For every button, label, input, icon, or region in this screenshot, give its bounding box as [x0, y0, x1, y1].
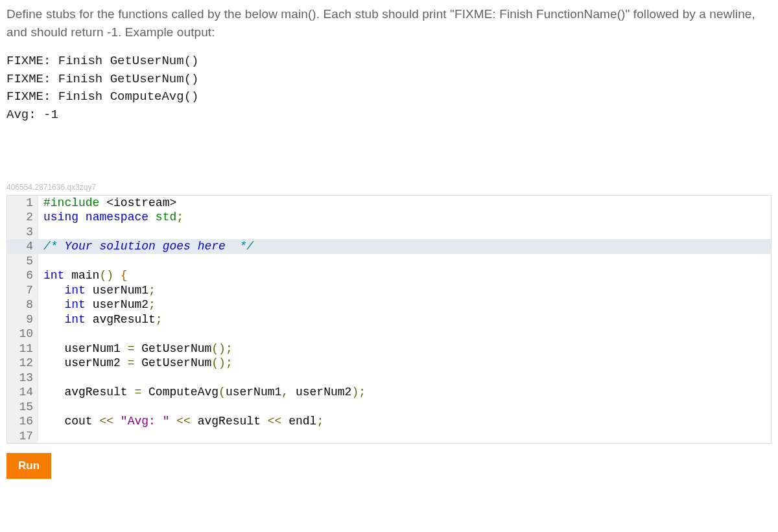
line-number: 3 [7, 225, 38, 240]
code-row[interactable]: 12 userNum2 = GetUserNum(); [7, 356, 771, 371]
line-number: 9 [7, 312, 38, 327]
code-line[interactable] [38, 327, 771, 341]
line-number: 7 [7, 283, 38, 298]
code-row[interactable]: 3 [7, 225, 771, 240]
code-row[interactable]: 5 [7, 254, 771, 269]
code-line[interactable] [38, 225, 771, 240]
line-number: 17 [7, 429, 38, 444]
code-line[interactable] [38, 254, 771, 269]
line-number: 1 [7, 196, 38, 211]
code-line[interactable]: int userNum2; [38, 297, 771, 312]
code-row[interactable]: 13 [7, 371, 771, 386]
code-line[interactable]: using namespace std; [38, 210, 771, 225]
code-row[interactable]: 14 avgResult = ComputeAvg(userNum1, user… [7, 385, 771, 400]
code-line[interactable]: cout << "Avg: " << avgResult << endl; [38, 414, 771, 429]
problem-instructions: Define stubs for the functions called by… [6, 5, 772, 41]
line-number: 10 [7, 327, 38, 341]
run-button[interactable]: Run [6, 453, 51, 479]
line-number: 14 [7, 385, 38, 400]
code-row[interactable]: 15 [7, 400, 771, 415]
code-row[interactable]: 6int main() { [7, 268, 771, 283]
code-row[interactable]: 2using namespace std; [7, 210, 771, 225]
code-row[interactable]: 8 int userNum2; [7, 297, 771, 312]
line-number: 5 [7, 254, 38, 269]
line-number: 12 [7, 356, 38, 371]
code-row[interactable]: 10 [7, 327, 771, 341]
code-row[interactable]: 16 cout << "Avg: " << avgResult << endl; [7, 414, 771, 429]
line-number: 15 [7, 400, 38, 415]
code-row[interactable]: 11 userNum1 = GetUserNum(); [7, 341, 771, 356]
code-row[interactable]: 7 int userNum1; [7, 283, 771, 298]
line-number: 13 [7, 371, 38, 386]
line-number: 11 [7, 341, 38, 356]
code-line[interactable] [38, 400, 771, 415]
code-line[interactable]: userNum2 = GetUserNum(); [38, 356, 771, 371]
code-line[interactable]: int avgResult; [38, 312, 771, 327]
code-line[interactable]: avgResult = ComputeAvg(userNum1, userNum… [38, 385, 771, 400]
line-number: 16 [7, 414, 38, 429]
code-line[interactable]: int userNum1; [38, 283, 771, 298]
line-number: 6 [7, 268, 38, 283]
code-line[interactable]: #include <iostream> [38, 196, 771, 211]
code-line[interactable] [38, 371, 771, 386]
code-editor[interactable]: 1#include <iostream>2using namespace std… [6, 195, 772, 445]
code-line[interactable]: int main() { [38, 268, 771, 283]
line-number: 8 [7, 297, 38, 312]
line-number: 2 [7, 210, 38, 225]
line-number: 4 [7, 239, 38, 254]
code-row[interactable]: 1#include <iostream> [7, 196, 771, 211]
code-row[interactable]: 17 [7, 429, 771, 444]
code-line[interactable]: /* Your solution goes here */ [38, 239, 771, 254]
code-line[interactable] [38, 429, 771, 444]
code-line[interactable]: userNum1 = GetUserNum(); [38, 341, 771, 356]
watermark-id: 406554.2871636.qx3zqy7 [6, 182, 772, 193]
code-row[interactable]: 9 int avgResult; [7, 312, 771, 327]
code-row[interactable]: 4/* Your solution goes here */ [7, 239, 771, 254]
example-output: FIXME: Finish GetUserNum() FIXME: Finish… [6, 52, 772, 124]
